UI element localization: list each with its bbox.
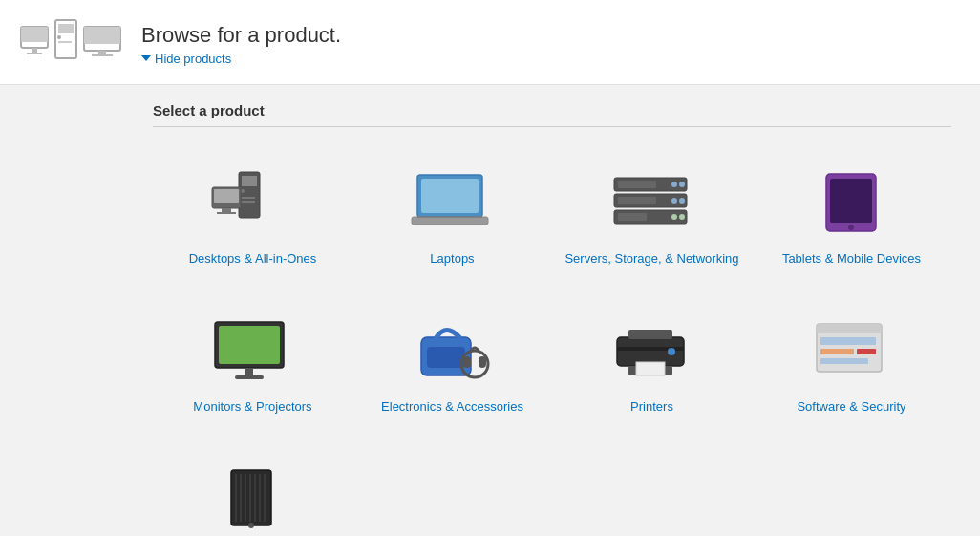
svg-rect-20 — [217, 212, 236, 214]
svg-point-69 — [248, 523, 254, 528]
svg-rect-47 — [463, 356, 471, 368]
svg-rect-43 — [235, 375, 264, 379]
svg-point-14 — [241, 189, 245, 193]
svg-rect-13 — [242, 176, 257, 186]
product-laptops[interactable]: Laptops — [352, 150, 552, 289]
software-label: Software & Security — [797, 398, 905, 416]
svg-rect-41 — [219, 326, 280, 364]
svg-rect-58 — [820, 349, 854, 354]
svg-rect-15 — [242, 197, 255, 199]
product-electronics[interactable]: Electronics & Accessories — [352, 298, 552, 437]
svg-point-28 — [679, 182, 685, 187]
svg-point-36 — [679, 214, 685, 220]
laptops-image — [405, 167, 501, 239]
svg-rect-45 — [427, 347, 465, 368]
product-edge[interactable]: Edge Gateways — [153, 446, 352, 536]
svg-rect-16 — [242, 201, 255, 203]
svg-point-27 — [671, 182, 677, 187]
svg-point-32 — [679, 198, 685, 204]
product-desktops[interactable]: Desktops & All-in-Ones — [153, 150, 352, 289]
page-title: Browse for a product. — [141, 23, 341, 48]
servers-image — [605, 167, 700, 239]
edge-image — [205, 463, 301, 535]
svg-rect-7 — [58, 41, 72, 43]
electronics-image — [405, 315, 501, 387]
divider — [153, 126, 951, 127]
svg-rect-42 — [245, 368, 253, 375]
product-software[interactable]: Software & Security — [752, 298, 951, 437]
arrow-down-icon — [141, 55, 151, 61]
svg-point-35 — [671, 214, 677, 220]
tablets-image — [804, 167, 900, 239]
svg-rect-3 — [27, 53, 42, 54]
hide-products-label: Hide products — [155, 52, 231, 66]
hide-products-link[interactable]: Hide products — [141, 52, 341, 66]
header-computer-icon — [19, 15, 124, 73]
printers-label: Printers — [630, 398, 673, 416]
svg-point-39 — [848, 225, 854, 230]
svg-rect-5 — [58, 24, 74, 33]
product-grid: Desktops & All-in-Ones Laptops — [153, 150, 951, 536]
svg-rect-30 — [618, 197, 656, 204]
product-servers[interactable]: Servers, Storage, & Networking — [552, 150, 752, 289]
svg-rect-38 — [830, 179, 872, 223]
svg-rect-34 — [618, 213, 647, 221]
product-tablets[interactable]: Tablets & Mobile Devices — [752, 150, 951, 289]
svg-rect-10 — [98, 51, 106, 54]
monitors-label: Monitors & Projectors — [193, 398, 311, 416]
svg-point-31 — [671, 198, 677, 204]
svg-rect-11 — [92, 54, 113, 56]
desktops-label: Desktops & All-in-Ones — [189, 250, 317, 268]
svg-point-6 — [57, 35, 61, 39]
printers-image — [605, 315, 700, 387]
svg-rect-26 — [618, 181, 656, 188]
svg-rect-60 — [857, 349, 876, 354]
svg-rect-22 — [421, 179, 479, 213]
svg-rect-9 — [84, 27, 120, 44]
laptops-label: Laptops — [430, 250, 474, 268]
svg-rect-1 — [21, 27, 48, 42]
product-printers[interactable]: Printers — [552, 298, 752, 437]
tablets-label: Tablets & Mobile Devices — [782, 250, 921, 268]
svg-rect-18 — [214, 189, 239, 203]
svg-rect-48 — [479, 356, 486, 368]
svg-rect-56 — [817, 324, 882, 333]
svg-rect-57 — [820, 337, 876, 345]
software-image — [804, 315, 900, 387]
main-content: Select a product Des — [0, 85, 980, 536]
monitors-image — [205, 315, 301, 387]
select-product-label: Select a product — [153, 102, 951, 118]
svg-rect-50 — [628, 330, 672, 339]
product-monitors[interactable]: Monitors & Projectors — [153, 298, 352, 437]
svg-rect-59 — [820, 358, 868, 364]
electronics-label: Electronics & Accessories — [381, 398, 523, 416]
desktops-image — [205, 167, 301, 239]
header-text: Browse for a product. Hide products — [141, 23, 341, 66]
svg-rect-19 — [222, 208, 231, 212]
page-header: Browse for a product. Hide products — [0, 0, 980, 85]
svg-rect-2 — [32, 48, 37, 53]
servers-label: Servers, Storage, & Networking — [565, 250, 738, 268]
svg-rect-23 — [412, 217, 488, 225]
svg-point-54 — [668, 348, 675, 355]
svg-rect-52 — [636, 362, 665, 375]
